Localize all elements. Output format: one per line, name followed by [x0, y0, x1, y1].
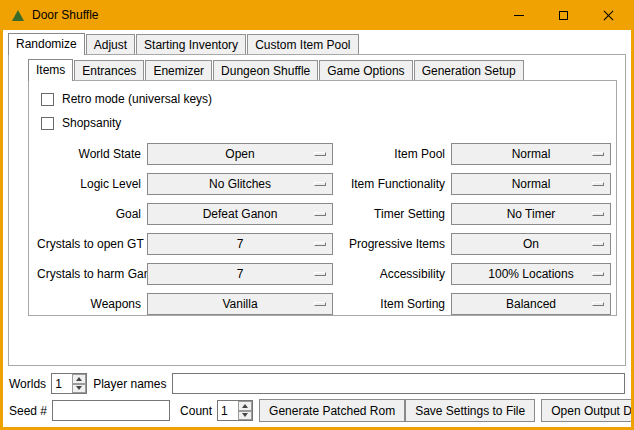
arrow-down-icon: [76, 386, 82, 390]
minimize-button[interactable]: [496, 0, 541, 30]
progressive-items-label: Progressive Items: [339, 237, 445, 251]
retro-mode-checkbox[interactable]: [41, 93, 54, 106]
option-row: Crystals to harm Ganon 7 Accessibility 1…: [35, 259, 610, 289]
item-sorting-dropdown[interactable]: Balanced: [451, 293, 611, 315]
worlds-spin-arrows: [72, 374, 86, 393]
dropdown-indicator-icon: [592, 272, 604, 276]
count-spin-down-button[interactable]: [238, 411, 252, 421]
dropdown-indicator-icon: [314, 152, 326, 156]
progressive-items-dropdown[interactable]: On: [451, 233, 611, 255]
arrow-down-icon: [242, 413, 248, 417]
close-icon: [603, 10, 614, 21]
open-output-directory-button[interactable]: Open Output Directory: [541, 399, 631, 422]
app-window: Door Shuffle Randomize Adjust Starting I…: [0, 0, 634, 430]
tab-randomize[interactable]: Randomize: [8, 33, 85, 55]
maximize-button[interactable]: [541, 0, 586, 30]
dropdown-value: Vanilla: [222, 297, 257, 311]
logic-level-label: Logic Level: [37, 177, 141, 191]
dropdown-value: 7: [237, 237, 244, 251]
worlds-row: Worlds 1 Player names: [9, 373, 625, 394]
retro-mode-row: Retro mode (universal keys): [35, 87, 610, 111]
dropdown-indicator-icon: [314, 242, 326, 246]
seed-label: Seed #: [9, 404, 47, 418]
tab-label: Starting Inventory: [144, 38, 238, 52]
dropdown-indicator-icon: [314, 212, 326, 216]
tab-entrances[interactable]: Entrances: [74, 60, 144, 80]
crystals-harm-ganon-dropdown[interactable]: 7: [147, 263, 333, 285]
window-controls: [496, 0, 631, 30]
window-title: Door Shuffle: [32, 8, 99, 22]
worlds-value: 1: [52, 374, 72, 393]
tab-generation-setup[interactable]: Generation Setup: [414, 60, 524, 80]
crystals-open-gt-dropdown[interactable]: 7: [147, 233, 333, 255]
dropdown-indicator-icon: [592, 212, 604, 216]
weapons-label: Weapons: [37, 297, 141, 311]
tab-label: Entrances: [82, 64, 136, 78]
count-spin-up-button[interactable]: [238, 401, 252, 411]
tab-dungeon-shuffle[interactable]: Dungeon Shuffle: [213, 60, 318, 80]
worlds-spin-down-button[interactable]: [72, 384, 86, 394]
generate-patched-rom-button[interactable]: Generate Patched Rom: [259, 399, 405, 422]
count-spin-arrows: [238, 401, 252, 420]
dropdown-indicator-icon: [314, 272, 326, 276]
dropdown-value: Normal: [512, 177, 551, 191]
seed-input[interactable]: [52, 400, 170, 421]
dropdown-value: Normal: [512, 147, 551, 161]
timer-setting-label: Timer Setting: [339, 207, 445, 221]
accessibility-dropdown[interactable]: 100% Locations: [451, 263, 611, 285]
dropdown-value: No Glitches: [209, 177, 271, 191]
save-settings-button[interactable]: Save Settings to File: [405, 399, 535, 422]
dropdown-value: Balanced: [506, 297, 556, 311]
tab-items[interactable]: Items: [28, 59, 73, 81]
button-label: Open Output Directory: [551, 404, 631, 418]
count-label: Count: [180, 404, 212, 418]
arrow-up-icon: [242, 404, 248, 408]
tab-custom-item-pool[interactable]: Custom Item Pool: [247, 34, 358, 54]
dropdown-indicator-icon: [592, 302, 604, 306]
randomize-panel: Items Entrances Enemizer Dungeon Shuffle…: [8, 54, 626, 366]
tab-starting-inventory[interactable]: Starting Inventory: [136, 34, 246, 54]
weapons-dropdown[interactable]: Vanilla: [147, 293, 333, 315]
worlds-spin-up-button[interactable]: [72, 374, 86, 384]
crystals-harm-ganon-label: Crystals to harm Ganon: [37, 267, 141, 281]
tab-label: Custom Item Pool: [255, 38, 350, 52]
tab-label: Items: [36, 63, 65, 77]
bottom-bar: Worlds 1 Player names Seed # Count: [6, 368, 628, 427]
dropdown-indicator-icon: [314, 182, 326, 186]
logic-level-dropdown[interactable]: No Glitches: [147, 173, 333, 195]
retro-mode-label: Retro mode (universal keys): [62, 92, 212, 106]
minimize-icon: [514, 15, 524, 16]
count-spinbox[interactable]: 1: [217, 400, 253, 421]
goal-label: Goal: [37, 207, 141, 221]
player-names-label: Player names: [93, 377, 166, 391]
tab-label: Game Options: [327, 64, 404, 78]
tab-game-options[interactable]: Game Options: [319, 60, 412, 80]
dropdown-indicator-icon: [592, 182, 604, 186]
dropdown-indicator-icon: [592, 152, 604, 156]
dropdown-value: Open: [225, 147, 254, 161]
player-names-input[interactable]: [172, 373, 626, 394]
item-pool-dropdown[interactable]: Normal: [451, 143, 611, 165]
tab-label: Dungeon Shuffle: [221, 64, 310, 78]
world-state-label: World State: [37, 147, 141, 161]
sub-tab-bar: Items Entrances Enemizer Dungeon Shuffle…: [28, 59, 617, 80]
option-row: World State Open Item Pool Normal: [35, 139, 610, 169]
tab-label: Randomize: [16, 37, 77, 51]
shopsanity-row: Shopsanity: [35, 111, 610, 135]
item-functionality-dropdown[interactable]: Normal: [451, 173, 611, 195]
world-state-dropdown[interactable]: Open: [147, 143, 333, 165]
accessibility-label: Accessibility: [339, 267, 445, 281]
option-row: Weapons Vanilla Item Sorting Balanced: [35, 289, 610, 319]
tab-enemizer[interactable]: Enemizer: [145, 60, 212, 80]
close-button[interactable]: [586, 0, 631, 30]
worlds-spinbox[interactable]: 1: [51, 373, 87, 394]
tab-adjust[interactable]: Adjust: [86, 34, 135, 54]
goal-dropdown[interactable]: Defeat Ganon: [147, 203, 333, 225]
shopsanity-checkbox[interactable]: [41, 117, 54, 130]
timer-setting-dropdown[interactable]: No Timer: [451, 203, 611, 225]
dropdown-value: On: [523, 237, 539, 251]
option-row: Crystals to open GT 7 Progressive Items …: [35, 229, 610, 259]
shopsanity-label: Shopsanity: [62, 116, 121, 130]
maximize-icon: [559, 11, 568, 20]
item-functionality-label: Item Functionality: [339, 177, 445, 191]
